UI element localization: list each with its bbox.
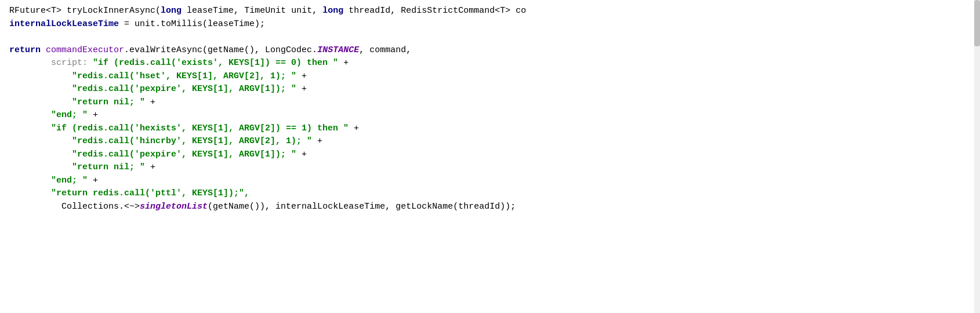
code-token: "return redis.call('pttl', KEYS[1]);", <box>51 187 249 201</box>
code-token <box>9 83 72 96</box>
code-token: "end; " <box>51 109 88 122</box>
code-token: script: <box>51 57 88 70</box>
code-line-16: Collections.<~>singletonList(getName()),… <box>0 201 980 214</box>
code-line-6: "redis.call('hset', KEYS[1], ARGV[2], 1)… <box>0 70 980 83</box>
code-token: ( <box>155 5 161 18</box>
code-line-11: "redis.call('hincrby', KEYS[1], ARGV[2],… <box>0 135 980 148</box>
code-token: + <box>338 57 349 70</box>
code-token: + <box>145 161 155 174</box>
code-token <box>9 70 72 83</box>
code-token: "end; " <box>51 174 88 188</box>
code-token <box>41 44 46 57</box>
code-line-15: "return redis.call('pttl', KEYS[1]);", <box>0 187 980 201</box>
code-token: <T> <box>46 5 61 18</box>
scrollbar-thumb[interactable] <box>974 0 980 46</box>
code-token: , command, <box>359 44 411 57</box>
code-token: + <box>88 174 98 188</box>
code-token: long <box>322 5 343 18</box>
code-line-14: "end; " + <box>0 174 980 188</box>
code-token: "if (redis.call('hexists', KEYS[1], ARGV… <box>51 122 349 136</box>
code-token: + <box>145 96 155 110</box>
code-line-8: "return nil; " + <box>0 96 980 110</box>
code-token: singletonList <box>140 201 208 214</box>
code-token: + <box>296 83 307 96</box>
code-token <box>9 109 51 122</box>
code-token: "redis.call('hset', KEYS[1], ARGV[2], 1)… <box>72 70 296 83</box>
code-token: "if (redis.call('exists', KEYS[1]) == 0)… <box>93 57 338 70</box>
code-line-4: return commandExecutor.evalWriteAsync(ge… <box>0 44 980 57</box>
code-token <box>9 96 72 110</box>
code-token: INSTANCE <box>317 44 359 57</box>
code-token: internalLockLeaseTime <box>9 18 119 31</box>
code-line-12: "redis.call('pexpire', KEYS[1], ARGV[1])… <box>0 148 980 162</box>
code-line-13: "return nil; " + <box>0 161 980 174</box>
code-line-2: internalLockLeaseTime = unit.toMillis(le… <box>0 18 980 31</box>
scrollbar[interactable] <box>974 0 980 313</box>
code-token <box>9 148 72 162</box>
code-token: = unit.toMillis(leaseTime); <box>119 18 265 31</box>
code-token <box>9 122 51 136</box>
code-token <box>88 57 93 70</box>
code-line-5: script: "if (redis.call('exists', KEYS[1… <box>0 57 980 70</box>
code-token <box>9 161 72 174</box>
code-token: threadId, RedisStrictCommand<T> co <box>343 5 526 18</box>
code-token: "redis.call('pexpire', KEYS[1], ARGV[1])… <box>72 148 296 162</box>
code-token: "return nil; " <box>72 96 145 110</box>
code-token <box>61 5 67 18</box>
code-line-3 <box>0 31 980 44</box>
code-token: + <box>88 109 98 122</box>
code-token: + <box>296 148 307 162</box>
code-token: "redis.call('hincrby', KEYS[1], ARGV[2],… <box>72 135 312 148</box>
code-token: + <box>296 70 307 83</box>
code-token: + <box>312 135 322 148</box>
code-token: commandExecutor <box>46 44 124 57</box>
code-token: "return nil; " <box>72 161 145 174</box>
code-token: <~> <box>124 201 140 214</box>
code-token <box>9 187 51 201</box>
code-token: .evalWriteAsync(getName(), LongCodec. <box>124 44 317 57</box>
code-token: long <box>161 5 182 18</box>
code-token: RFuture <box>9 5 46 18</box>
code-line-7: "redis.call('pexpire', KEYS[1], ARGV[1])… <box>0 83 980 96</box>
code-line-1: RFuture<T> tryLockInnerAsync(long leaseT… <box>0 5 980 18</box>
code-container: RFuture<T> tryLockInnerAsync(long leaseT… <box>0 0 980 313</box>
code-token <box>9 57 51 70</box>
code-token <box>9 174 51 188</box>
code-token: Collections. <box>9 201 124 214</box>
code-line-9: "end; " + <box>0 109 980 122</box>
code-token: (getName()), internalLockLeaseTime, getL… <box>208 201 516 214</box>
code-token: + <box>349 122 359 136</box>
code-token: return <box>9 44 41 57</box>
code-token: tryLockInnerAsync <box>67 5 155 18</box>
code-token: "redis.call('pexpire', KEYS[1], ARGV[1])… <box>72 83 296 96</box>
code-token <box>9 135 72 148</box>
code-token: leaseTime, TimeUnit unit, <box>182 5 322 18</box>
code-line-10: "if (redis.call('hexists', KEYS[1], ARGV… <box>0 122 980 136</box>
